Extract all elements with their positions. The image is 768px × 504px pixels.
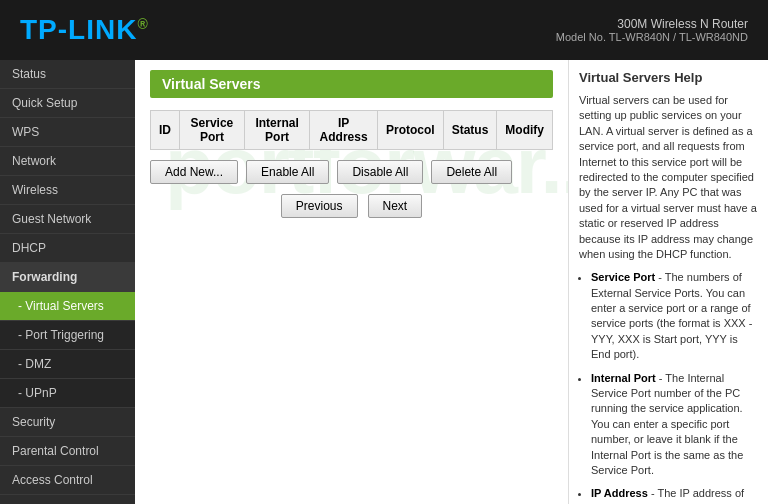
help-panel: Virtual Servers Help Virtual servers can… (568, 60, 768, 504)
help-intro: Virtual servers can be used for setting … (579, 93, 758, 262)
sidebar-item-virtualservers[interactable]: - Virtual Servers (0, 292, 135, 321)
sidebar-item-advancedrouting[interactable]: Advanced Routing (0, 495, 135, 504)
sidebar-item-parentalcontrol[interactable]: Parental Control (0, 437, 135, 466)
logo: TP-LINK® (20, 14, 149, 46)
sidebar-item-quicksetup[interactable]: Quick Setup (0, 89, 135, 118)
previous-button[interactable]: Previous (281, 194, 358, 218)
page-title: Virtual Servers (150, 70, 553, 98)
col-protocol: Protocol (377, 111, 443, 150)
sidebar-item-dmz[interactable]: - DMZ (0, 350, 135, 379)
delete-all-button[interactable]: Delete All (431, 160, 512, 184)
sidebar-item-security[interactable]: Security (0, 408, 135, 437)
sidebar-item-network[interactable]: Network (0, 147, 135, 176)
help-item-service-port: Service Port - The numbers of External S… (591, 270, 758, 362)
sidebar: StatusQuick SetupWPSNetworkWirelessGuest… (0, 60, 135, 504)
header: TP-LINK® 300M Wireless N Router Model No… (0, 0, 768, 60)
model-number: Model No. TL-WR840N / TL-WR840ND (556, 31, 748, 43)
help-item-internal-port: Internal Port - The Internal Service Por… (591, 371, 758, 479)
col-status: Status (443, 111, 497, 150)
col-id: ID (151, 111, 180, 150)
col-modify: Modify (497, 111, 553, 150)
virtual-servers-table: IDService PortInternal PortIP AddressPro… (150, 110, 553, 150)
main-layout: StatusQuick SetupWPSNetworkWirelessGuest… (0, 60, 768, 504)
product-name: 300M Wireless N Router (556, 17, 748, 31)
logo-accent: TP- (20, 14, 68, 45)
enable-all-button[interactable]: Enable All (246, 160, 329, 184)
sidebar-item-porttriggering[interactable]: - Port Triggering (0, 321, 135, 350)
sidebar-item-dhcp[interactable]: DHCP (0, 234, 135, 263)
content-area: portforwar... Virtual Servers IDService … (135, 60, 768, 504)
next-button[interactable]: Next (368, 194, 423, 218)
logo-text: LINK (68, 14, 137, 45)
table-header: IDService PortInternal PortIP AddressPro… (151, 111, 553, 150)
help-list: Service Port - The numbers of External S… (579, 270, 758, 504)
help-title: Virtual Servers Help (579, 70, 758, 85)
sidebar-item-upnp[interactable]: - UPnP (0, 379, 135, 408)
sidebar-item-accesscontrol[interactable]: Access Control (0, 466, 135, 495)
sidebar-item-wps[interactable]: WPS (0, 118, 135, 147)
nav-buttons: Previous Next (150, 194, 553, 218)
add-new-button[interactable]: Add New... (150, 160, 238, 184)
action-buttons: Add New... Enable All Disable All Delete… (150, 160, 553, 184)
col-internal-port: Internal Port (244, 111, 309, 150)
sidebar-item-guestnetwork[interactable]: Guest Network (0, 205, 135, 234)
sidebar-item-forwarding[interactable]: Forwarding (0, 263, 135, 292)
help-item-ip-address: IP Address - The IP address of the PC ru… (591, 486, 758, 504)
sidebar-item-wireless[interactable]: Wireless (0, 176, 135, 205)
sidebar-item-status[interactable]: Status (0, 60, 135, 89)
col-service-port: Service Port (180, 111, 245, 150)
disable-all-button[interactable]: Disable All (337, 160, 423, 184)
header-info: 300M Wireless N Router Model No. TL-WR84… (556, 17, 748, 43)
col-ip-address: IP Address (310, 111, 378, 150)
main-panel: portforwar... Virtual Servers IDService … (135, 60, 568, 504)
